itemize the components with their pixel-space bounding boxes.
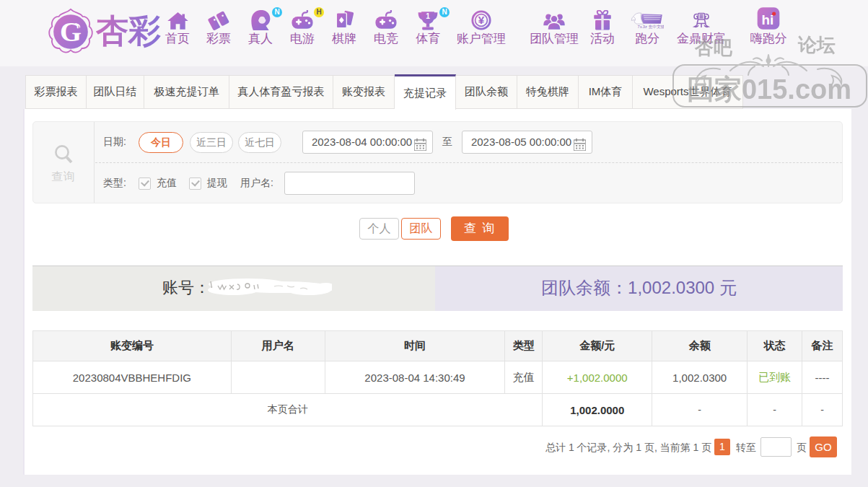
svg-text:hi: hi [761,12,773,27]
svg-text:G: G [60,17,82,47]
svg-text:1: 1 [426,12,430,20]
svg-text:¥: ¥ [478,14,485,26]
svg-text:7з.3z 竞中文猜: 7з.3z 竞中文猜 [638,25,665,30]
